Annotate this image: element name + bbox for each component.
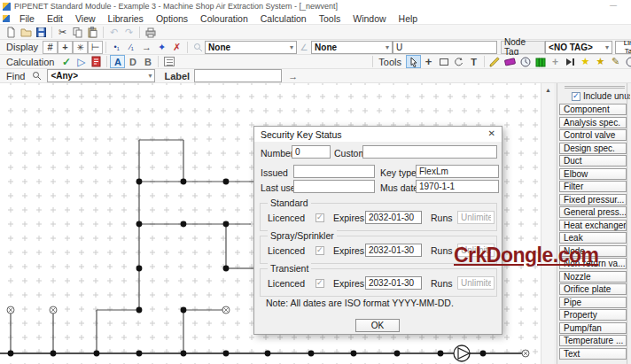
menu-tools[interactable]: Tools [313, 13, 347, 24]
palette-item-leak[interactable]: Leak [559, 232, 627, 244]
output-d-toggle[interactable]: D [125, 55, 140, 68]
palette-item-text[interactable]: Text [559, 348, 627, 360]
rotate-tool-button[interactable] [451, 55, 466, 68]
menu-colouration[interactable]: Colouration [194, 13, 254, 24]
output-report-button[interactable] [89, 55, 104, 68]
menu-help[interactable]: Help [393, 13, 425, 24]
step-forward-button[interactable] [563, 55, 578, 68]
node-dot[interactable] [51, 351, 57, 357]
output-a-toggle[interactable]: A [110, 55, 125, 68]
palette-item-orifice-plate[interactable]: Orifice plate [559, 283, 627, 295]
histogram-tool-button[interactable] [533, 55, 548, 68]
palette-item-pump-fan[interactable]: Pump/fan [559, 322, 627, 334]
key-type-field[interactable] [416, 165, 499, 178]
node-dot[interactable] [480, 351, 487, 357]
node-dot[interactable] [136, 221, 143, 228]
licenced-checkbox[interactable] [316, 279, 324, 288]
node-dot[interactable] [136, 179, 143, 185]
menu-calculation[interactable]: Calculation [254, 13, 313, 24]
io-node[interactable] [222, 306, 230, 314]
star-edit-tool-button[interactable]: ★ [593, 55, 608, 68]
multi-pen-tool-button[interactable]: ✎ [608, 55, 623, 68]
menu-file[interactable]: File [13, 13, 41, 24]
menu-view[interactable]: View [69, 13, 102, 24]
link-tag-button[interactable]: Link Tag [615, 41, 631, 54]
magnify-colour-icon[interactable] [191, 41, 205, 54]
mus-date-field[interactable] [416, 180, 499, 193]
checkbox-checked-icon[interactable] [572, 92, 580, 101]
unit-field[interactable]: U [393, 41, 497, 54]
dialog-title-bar[interactable]: Security Key Status ✕ [254, 127, 502, 142]
node-dot[interactable] [136, 266, 143, 272]
expires-field[interactable] [365, 244, 422, 257]
palette-item-temperature[interactable]: Temperature ... [559, 335, 627, 346]
expires-field[interactable] [365, 211, 422, 224]
minimize-button[interactable]: — [610, 1, 617, 9]
zoom-area-tool-button[interactable] [436, 55, 451, 68]
new-file-button[interactable] [4, 26, 19, 39]
pan-tool-button[interactable]: + [421, 55, 436, 68]
customer-field[interactable] [362, 145, 497, 159]
check-network-button[interactable]: ✓ [58, 55, 74, 68]
palette-item-component[interactable]: Component [559, 104, 627, 115]
diamond-markers-button[interactable]: ✦ [154, 41, 169, 54]
link-labels-button[interactable]: ∕₁ [124, 41, 139, 54]
paste-button[interactable] [85, 26, 100, 39]
palette-grip[interactable] [565, 88, 625, 89]
palette-item-analysis-spec[interactable]: Analysis spec. [559, 117, 627, 128]
text-tool-button[interactable]: T [466, 55, 481, 68]
save-button[interactable] [34, 26, 49, 39]
node-labels-button[interactable]: •₁ [109, 41, 124, 54]
io-node[interactable] [522, 350, 529, 357]
menu-options[interactable]: Options [150, 13, 194, 24]
open-file-button[interactable] [19, 26, 34, 39]
node-tag-select[interactable]: <NO TAG> ▾ [545, 41, 612, 54]
menu-window[interactable]: Window [347, 13, 392, 24]
palette-item-property[interactable]: Property [559, 309, 627, 321]
fan-symbol[interactable] [454, 345, 470, 361]
cut-button[interactable]: ✂ [55, 26, 70, 39]
node-dot[interactable] [136, 307, 143, 314]
document-icon[interactable] [3, 15, 10, 22]
node-dot[interactable] [181, 179, 187, 185]
pen-tool-button[interactable] [487, 55, 502, 68]
io-node[interactable] [50, 306, 57, 314]
find-go-button[interactable]: → [285, 69, 300, 82]
add-tool-button[interactable]: + [548, 55, 563, 68]
node-dot[interactable] [94, 351, 100, 357]
ok-button[interactable]: OK [355, 319, 400, 332]
licenced-checkbox[interactable] [316, 213, 324, 222]
pointer-tool-button[interactable] [406, 55, 421, 68]
node-dot[interactable] [181, 221, 187, 228]
palette-item-pipe[interactable]: Pipe [559, 297, 627, 308]
link-colouration-select[interactable]: None ▾ [311, 41, 393, 54]
node-dot[interactable] [308, 351, 315, 357]
node-colouration-select[interactable]: None ▾ [205, 41, 297, 54]
eraser-tool-button[interactable] [502, 55, 518, 68]
grid-toggle-button[interactable]: # [43, 41, 58, 54]
circle-tool-button[interactable] [623, 55, 631, 68]
palette-item-fixed-pressure[interactable]: Fixed pressur... [559, 194, 627, 205]
schedule-tool-button[interactable] [518, 55, 533, 68]
palette-item-heat-exchanger[interactable]: Heat exchanger [559, 220, 627, 231]
angle-icon[interactable]: ∠ [297, 41, 311, 54]
palette-item-duct[interactable]: Duct [559, 155, 627, 167]
menu-edit[interactable]: Edit [41, 13, 69, 24]
node-dot[interactable] [8, 351, 14, 357]
licenced-checkbox[interactable] [316, 246, 324, 255]
node-dot[interactable] [223, 351, 230, 357]
expires-field[interactable] [365, 276, 422, 290]
node-dot[interactable] [223, 179, 230, 185]
palette-grip[interactable] [565, 86, 625, 87]
node-dot[interactable] [265, 351, 271, 357]
crosshair-toggle-button[interactable]: + [58, 41, 73, 54]
copy-button[interactable] [70, 26, 85, 39]
include-unused-checkbox-row[interactable]: Include unuse [572, 91, 630, 101]
palette-item-control-valve[interactable]: Control valve [559, 129, 627, 141]
palette-item-general-pressure[interactable]: General press... [559, 206, 627, 218]
find-label-input[interactable] [194, 69, 282, 82]
undo-button[interactable]: ↶ [106, 26, 121, 39]
node-dot[interactable] [223, 221, 230, 228]
endcap-toggle-button[interactable]: ⊢ [88, 41, 103, 54]
last-used-field[interactable] [293, 180, 375, 193]
